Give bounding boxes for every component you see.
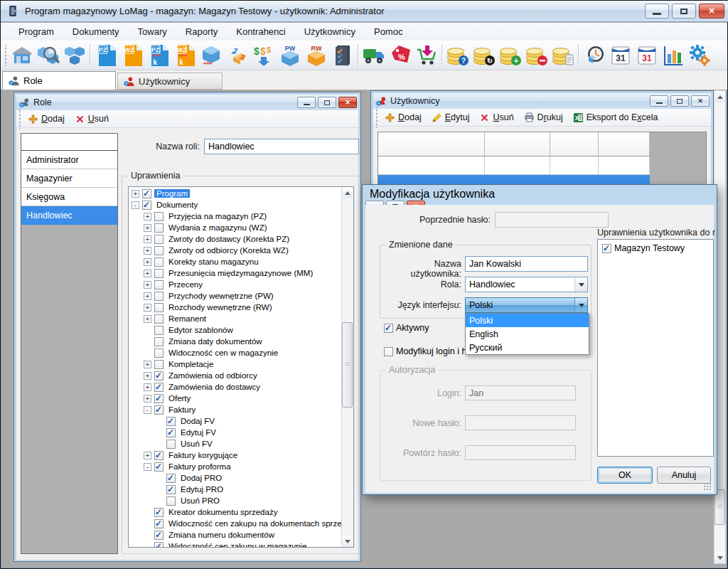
tree-item-label[interactable]: Dokumenty [154,201,200,209]
tree-checkbox[interactable] [154,303,164,312]
expand-icon[interactable]: + [144,281,151,289]
tree-item-label[interactable]: Widoczność cen zakupu w magazynie [166,542,309,548]
role-add-button[interactable]: Dodaj [23,112,70,126]
purchase-cart-icon[interactable] [413,42,439,68]
tree-item[interactable]: +Zwroty do dostawcy (Korekta PZ) [129,233,341,245]
box-damage-icon[interactable] [198,42,224,68]
tree-checkbox[interactable] [154,451,164,460]
table-row[interactable] [378,156,706,175]
tree-checkbox[interactable] [166,485,176,494]
tree-item[interactable]: Edytuj PRO [129,484,341,495]
goods-icon[interactable] [61,42,87,68]
role-minimize-button[interactable] [297,97,316,108]
menu-item-pomoc[interactable]: Pomoc [365,24,412,39]
tree-item[interactable]: +Faktury korygujące [129,450,341,461]
doc-wz-correction-icon[interactable]: WZ k [171,42,198,68]
tree-checkbox[interactable] [154,326,164,335]
tree-item[interactable]: -Dokumenty [129,199,341,211]
tree-item[interactable]: +Zwroty od odbiorcy (Korekta WZ) [129,245,341,256]
modify-login-checkbox[interactable] [384,347,393,356]
language-option-english[interactable]: English [466,327,589,341]
expand-icon[interactable]: + [144,213,151,220]
cancel-button[interactable]: Anuluj [657,467,711,484]
coins-refresh-icon[interactable]: ↻ [471,42,497,68]
users-delete-button[interactable]: Usuń [474,111,518,124]
role-list-item[interactable]: Księgowa [21,188,117,206]
column-header[interactable] [550,132,599,156]
collapse-icon[interactable]: - [144,406,151,414]
menu-item-dokumenty[interactable]: Dokumenty [63,24,129,39]
doc-pz-icon[interactable]: PZ [92,42,119,68]
users-maximize-button[interactable] [670,95,689,107]
tree-item[interactable]: +Kompletacje [129,358,341,370]
tree-item[interactable]: Dodaj FV [129,415,341,427]
doc-wz-icon[interactable]: WZ [119,42,145,68]
tree-checkbox[interactable] [154,531,164,540]
tree-item-label[interactable]: Widoczność cen zakupu na dokumentach spr… [166,519,354,528]
tree-item-label[interactable]: Faktury [166,405,198,414]
scroll-down-icon[interactable] [717,556,723,560]
settings-icon[interactable] [686,42,712,68]
tree-checkbox[interactable] [154,349,164,358]
expand-icon[interactable]: + [144,452,151,459]
tree-item[interactable]: Edytuj FV [129,427,341,438]
column-header[interactable] [378,132,485,156]
tree-item[interactable]: Kreator dokumentu sprzedaży [129,506,341,518]
tree-checkbox[interactable] [154,508,164,517]
menu-item-kontrahenci[interactable]: Kontrahenci [227,24,294,39]
users-add-button[interactable]: Dodaj [380,111,427,124]
role-maximize-button[interactable] [318,97,336,108]
tree-item-label[interactable]: Zmiana daty dokumentów [166,337,264,346]
ok-button[interactable]: OK [597,467,653,484]
column-header[interactable] [485,132,550,156]
expand-icon[interactable]: + [144,224,151,232]
active-checkbox[interactable] [384,324,393,333]
coins-remove-icon[interactable] [523,42,550,68]
active-checkbox-row[interactable]: Aktywny [384,323,429,333]
discount-tag-icon[interactable]: % [387,42,413,68]
coins-report-icon[interactable] [550,42,576,68]
tree-item-label[interactable]: Faktury proforma [166,462,233,471]
tree-checkbox[interactable] [154,212,164,221]
tree-item-label[interactable]: Korekty stanu magazynu [166,257,261,266]
expand-icon[interactable]: + [144,395,151,403]
tab-role[interactable]: Role [2,71,116,90]
minimize-button[interactable] [645,4,669,18]
tree-item[interactable]: +Wydania z magazynu (WZ) [129,222,341,233]
tree-item[interactable]: +Przyjęcia na magazyn (PZ) [129,211,341,222]
tree-item[interactable]: +Program [129,188,341,199]
tree-item-label[interactable]: Program [154,189,190,198]
tree-checkbox[interactable] [154,462,164,472]
search-goods-icon[interactable] [35,42,61,68]
tree-item-label[interactable]: Usuń PRO [178,496,222,505]
tree-item-label[interactable]: Zamówienia od odbiorcy [166,371,259,380]
tree-item[interactable]: Usuń FV [129,438,341,450]
tree-checkbox[interactable] [154,223,164,233]
delivery-truck-icon[interactable] [360,42,387,68]
tree-item-label[interactable]: Przesunięcia międzymagazynowe (MM) [166,269,315,277]
tree-checkbox[interactable] [154,235,164,244]
bar-chart-icon[interactable] [660,42,686,68]
tree-item-label[interactable]: Dodaj FV [178,417,217,425]
tree-checkbox[interactable] [154,394,164,403]
role-delete-button[interactable]: Usuń [70,112,114,126]
warehouse-permission-item[interactable]: Magazyn Testowy [598,240,713,253]
tree-item-label[interactable]: Przeceny [166,280,205,289]
tree-item[interactable]: Zmiana daty dokumentów [129,336,341,347]
users-close-button[interactable]: ✕ [691,95,710,107]
expand-icon[interactable]: + [144,304,151,312]
collapse-icon[interactable]: - [144,463,151,471]
tree-vertical-scrollbar[interactable] [341,187,353,547]
expand-icon[interactable]: + [144,247,151,255]
tree-checkbox[interactable] [154,371,164,381]
tree-item-label[interactable]: Edytuj FV [178,428,218,437]
transfer-mm-icon[interactable] [224,42,250,68]
tree-checkbox[interactable] [166,474,176,483]
users-excel-button[interactable]: XEksport do Excela [568,111,663,124]
tree-item-label[interactable]: Edytuj PRO [178,485,225,494]
users-edit-button[interactable]: Edytuj [427,111,475,124]
tree-item[interactable]: +Korekty stanu magazynu [129,256,341,267]
tree-checkbox[interactable] [142,189,151,198]
tree-item-label[interactable]: Zamówienia do dostawcy [166,383,262,391]
tree-checkbox[interactable] [154,280,164,289]
